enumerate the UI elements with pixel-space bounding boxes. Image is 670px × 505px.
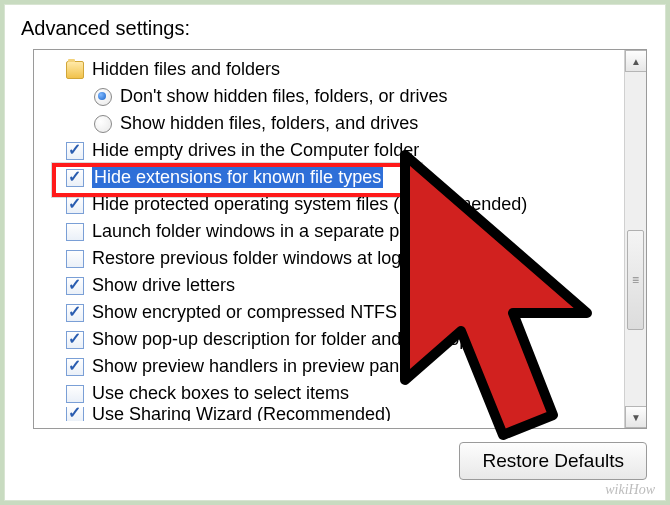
radio-icon[interactable]	[94, 88, 112, 106]
option-show-drive-letters[interactable]: Show drive letters	[44, 272, 620, 299]
checkbox-icon[interactable]	[66, 142, 84, 160]
checkbox-icon[interactable]	[66, 304, 84, 322]
radio-label: Don't show hidden files, folders, or dri…	[120, 86, 448, 107]
option-label: Show encrypted or compressed NTFS files …	[92, 302, 497, 323]
checkbox-icon[interactable]	[66, 223, 84, 241]
radio-label: Show hidden files, folders, and drives	[120, 113, 418, 134]
settings-rows: Hidden files and folders Don't show hidd…	[44, 56, 620, 428]
option-label: Show drive letters	[92, 275, 235, 296]
option-show-preview-handlers[interactable]: Show preview handlers in preview pane	[44, 353, 620, 380]
option-use-checkboxes[interactable]: Use check boxes to select items	[44, 380, 620, 407]
folder-icon	[66, 61, 84, 79]
checkbox-icon[interactable]	[66, 385, 84, 403]
option-label: Launch folder windows in a separate proc…	[92, 221, 452, 242]
group-hidden-files: Hidden files and folders	[44, 56, 620, 83]
group-label: Hidden files and folders	[92, 59, 280, 80]
option-show-popup-desc[interactable]: Show pop-up description for folder and d…	[44, 326, 620, 353]
radio-show-hidden[interactable]: Show hidden files, folders, and drives	[44, 110, 620, 137]
checkbox-icon[interactable]	[66, 250, 84, 268]
scroll-thumb[interactable]	[627, 230, 644, 330]
checkbox-icon[interactable]	[66, 331, 84, 349]
restore-defaults-button[interactable]: Restore Defaults	[459, 442, 647, 480]
radio-icon[interactable]	[94, 115, 112, 133]
option-hide-extensions[interactable]: Hide extensions for known file types	[44, 164, 620, 191]
scroll-up-button[interactable]: ▲	[625, 50, 647, 72]
option-show-encrypted-color[interactable]: Show encrypted or compressed NTFS files …	[44, 299, 620, 326]
option-label-highlighted: Hide extensions for known file types	[92, 167, 383, 188]
section-title: Advanced settings:	[21, 17, 190, 40]
option-label: Restore previous folder windows at logon	[92, 248, 421, 269]
advanced-settings-list[interactable]: Hidden files and folders Don't show hidd…	[33, 49, 647, 429]
checkbox-icon[interactable]	[66, 169, 84, 187]
option-restore-previous[interactable]: Restore previous folder windows at logon	[44, 245, 620, 272]
checkbox-icon[interactable]	[66, 277, 84, 295]
option-hide-protected-os[interactable]: Hide protected operating system files (R…	[44, 191, 620, 218]
checkbox-icon[interactable]	[66, 196, 84, 214]
watermark-text: wikiHow	[605, 482, 655, 498]
option-label: Hide protected operating system files (R…	[92, 194, 527, 215]
option-label: Show preview handlers in preview pane	[92, 356, 409, 377]
dialog-frame: Advanced settings: Hidden files and fold…	[4, 4, 666, 501]
option-hide-empty-drives[interactable]: Hide empty drives in the Computer folder	[44, 137, 620, 164]
checkbox-icon[interactable]	[66, 407, 84, 421]
checkbox-icon[interactable]	[66, 358, 84, 376]
radio-dont-show-hidden[interactable]: Don't show hidden files, folders, or dri…	[44, 83, 620, 110]
option-use-sharing-wizard[interactable]: Use Sharing Wizard (Recommended)	[44, 407, 620, 421]
scrollbar-vertical[interactable]: ▲ ▼	[624, 50, 646, 428]
option-label: Use check boxes to select items	[92, 383, 349, 404]
option-label: Hide empty drives in the Computer folder	[92, 140, 419, 161]
option-launch-separate[interactable]: Launch folder windows in a separate proc…	[44, 218, 620, 245]
option-label: Use Sharing Wizard (Recommended)	[92, 407, 391, 421]
option-label: Show pop-up description for folder and d…	[92, 329, 517, 350]
scroll-down-button[interactable]: ▼	[625, 406, 647, 428]
